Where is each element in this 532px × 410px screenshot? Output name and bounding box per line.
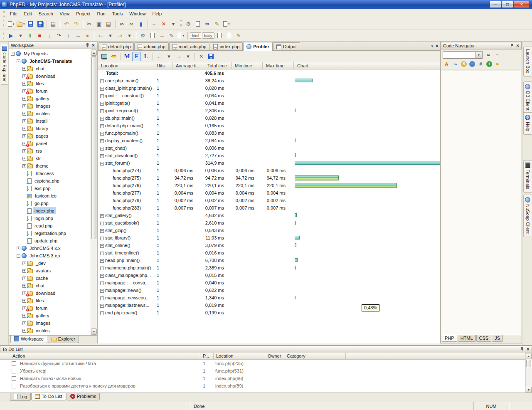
export-button[interactable]: [194, 20, 202, 29]
navigator-find-button[interactable]: ∞: [485, 52, 492, 59]
expand-box[interactable]: +: [100, 117, 104, 121]
link-button[interactable]: ∞: [452, 60, 459, 67]
todo-column-category[interactable]: Category: [284, 353, 346, 359]
expand-box[interactable]: +: [22, 104, 26, 108]
profiler-row[interactable]: +func.php::main()10,083 ms: [98, 129, 440, 137]
expand-box[interactable]: +: [22, 277, 26, 280]
tree-item-rss[interactable]: +rss: [9, 147, 97, 155]
pin-icon[interactable]: [510, 43, 514, 48]
new-file-button[interactable]: ▾: [7, 20, 15, 29]
profiler-row[interactable]: +mainpage::lastnews...10,819 ms: [98, 301, 440, 309]
menu-window[interactable]: Window: [126, 10, 149, 17]
pin-icon[interactable]: [520, 347, 525, 352]
close-panel-icon[interactable]: [516, 44, 520, 48]
pause-button[interactable]: ‖: [26, 31, 34, 40]
explorer-tab[interactable]: Explorer: [48, 336, 79, 343]
collapse-box[interactable]: −: [11, 52, 15, 56]
step-out-button[interactable]: ↑: [64, 31, 73, 40]
expand-box[interactable]: +: [22, 149, 26, 153]
js-tab[interactable]: JS: [492, 335, 503, 342]
expand-box[interactable]: +: [100, 109, 104, 113]
profiler-row[interactable]: +mainmenu.php::main()12,389 ms: [98, 264, 440, 272]
expand-box[interactable]: +: [22, 321, 26, 325]
menu-search[interactable]: Search: [35, 10, 57, 17]
run-debug-button[interactable]: ▶: [7, 31, 15, 40]
expand-box[interactable]: +: [100, 259, 104, 263]
prev-result-button[interactable]: ←: [155, 52, 164, 61]
tab-admin-php[interactable]: admin.php: [134, 42, 168, 50]
pencil-button[interactable]: ✎: [234, 31, 243, 40]
nav-back-button[interactable]: ←: [150, 20, 159, 29]
close-panel-icon[interactable]: [91, 43, 95, 47]
profiler-row[interactable]: +core.php::main()138,24 ms: [98, 77, 440, 84]
tab-list-dropdown-icon[interactable]: [431, 43, 433, 49]
expand-box[interactable]: +: [22, 314, 26, 318]
save-button[interactable]: [26, 20, 35, 29]
redo-button[interactable]: ↷: [72, 20, 81, 29]
expand-box[interactable]: +: [22, 284, 26, 288]
line-view-button[interactable]: L: [142, 52, 150, 61]
tree-item-read-php[interactable]: read.php: [9, 222, 97, 230]
expand-box[interactable]: +: [22, 164, 26, 168]
expand-box[interactable]: +: [100, 244, 104, 248]
clear-results-button[interactable]: ✕: [197, 52, 206, 61]
tree-item-pages[interactable]: +pages: [9, 132, 97, 140]
bookmark-button[interactable]: ▮: [137, 20, 145, 29]
chart-bar[interactable]: [295, 221, 296, 225]
profiler-row[interactable]: func.php(283)10,007 ms0,007 ms0,007 ms0,…: [98, 204, 440, 212]
tab-default-php[interactable]: default.php: [99, 42, 134, 50]
dock-tab-terminals[interactable]: Terminals: [523, 160, 532, 193]
scroll-up-icon[interactable]: [526, 353, 532, 359]
navigator-list-button[interactable]: ≡: [494, 52, 501, 59]
close-document-icon[interactable]: [436, 43, 438, 49]
to-do-list-tab[interactable]: To-Do List: [31, 393, 66, 400]
profiler-row[interactable]: Total:405,6 ms: [98, 69, 440, 77]
profiler-row[interactable]: func.php(276)1220,1 ms220,1 ms220,1 ms22…: [98, 182, 440, 189]
delete-button[interactable]: ✕: [160, 20, 168, 29]
tree-item-images[interactable]: +images: [9, 319, 97, 327]
log-tab[interactable]: Log: [10, 393, 31, 401]
expand-box[interactable]: +: [100, 154, 104, 158]
chart-view-button[interactable]: [100, 52, 108, 61]
expand-button[interactable]: +: [486, 61, 492, 67]
find-button[interactable]: ∞: [118, 20, 126, 29]
tree-item-incfiles[interactable]: +incfiles: [9, 110, 97, 117]
todo-scrollbar[interactable]: [525, 353, 532, 393]
chart-bar[interactable]: [295, 153, 296, 157]
menu-tools[interactable]: Tools: [109, 10, 126, 17]
chart-bar[interactable]: [295, 243, 296, 247]
dock-tab-launch-box[interactable]: Launch Box: [523, 47, 532, 77]
expand-box[interactable]: +: [22, 74, 26, 78]
scrollbar-thumb[interactable]: [91, 56, 96, 239]
html-tag-button[interactable]: html: [190, 32, 201, 39]
expand-box[interactable]: +: [100, 296, 104, 300]
tree-item-forum[interactable]: +forum: [9, 87, 97, 95]
column-header-chart[interactable]: Chart: [294, 62, 440, 69]
tree-item-dev[interactable]: +_dev: [9, 259, 97, 267]
todo-column-location[interactable]: Location: [214, 353, 265, 359]
expand-box[interactable]: +: [22, 119, 26, 123]
expand-box[interactable]: +: [100, 282, 104, 285]
code-tools-button[interactable]: ⚙: [184, 20, 193, 29]
expand-box[interactable]: +: [100, 147, 104, 151]
collapse-box[interactable]: −: [17, 59, 20, 63]
profiler-row[interactable]: +default.php::main()10,165 ms: [98, 122, 440, 129]
dock-tab-nusoap-client[interactable]: NuSoap Client: [523, 195, 532, 237]
profiler-row[interactable]: +stat_chat()10,006 ms: [98, 144, 440, 152]
edit-button[interactable]: ✎: [167, 31, 176, 40]
minimize-button[interactable]: –: [490, 1, 501, 8]
toolbar-more-dropdown[interactable]: ▾: [169, 20, 178, 29]
profiler-row[interactable]: +stat_gallery()14,632 ms: [98, 212, 440, 219]
open-file-button-dropdown-icon[interactable]: ▾: [23, 22, 25, 26]
scroll-down-icon[interactable]: [91, 328, 97, 335]
step-into-button[interactable]: ↓: [45, 31, 54, 40]
profiler-row[interactable]: +ipinit::reqcount()12,306 ms: [98, 107, 440, 114]
profiler-row[interactable]: +class_ipinit.php::main()10,020 ms: [98, 84, 440, 92]
new-document-button[interactable]: [148, 31, 157, 40]
menu-edit[interactable]: Edit: [21, 10, 35, 17]
collapse-button[interactable]: −: [469, 61, 475, 67]
code-explorer-tab[interactable]: Code Explorer: [1, 44, 8, 85]
chart-bar[interactable]: [295, 266, 296, 269]
run-to-cursor-button[interactable]: →: [74, 31, 82, 40]
profiler-row[interactable]: +stat_guestbook()12,610 ms: [98, 219, 440, 227]
